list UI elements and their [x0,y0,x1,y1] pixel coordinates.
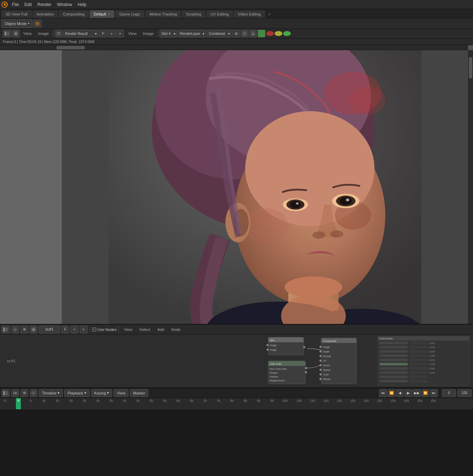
playback-dropdown[interactable]: Playback ▾ [64,389,90,397]
svg-point-90 [305,371,307,373]
timeline-settings-button[interactable]: ⚙ [20,389,28,397]
svg-point-62 [319,355,322,357]
timeline-track[interactable]: 0 -5 0 5 10 15 20 25 30 35 40 45 50 55 6… [0,398,473,409]
render-result-dropdown[interactable]: Render Result ▾ [63,30,98,37]
node-view-label[interactable]: View [121,327,135,332]
node-name-field[interactable]: buff1 [39,326,60,333]
play-back-button[interactable]: ◀ [396,389,404,397]
node-add-label[interactable]: Add [155,327,167,332]
use-nodes-label: Use Nodes [97,327,116,332]
tab-3d-view-full[interactable]: 3D View Full [1,10,32,18]
svg-rect-55 [321,338,357,384]
panel-toggle-button[interactable] [3,30,11,37]
node-settings-button[interactable]: ⚙ [20,326,28,333]
use-nodes-checkbox-container[interactable]: ✓ Use Nodes [92,327,116,332]
image-settings-button[interactable]: ⚙ [232,30,240,37]
menu-window[interactable]: Window [54,0,75,9]
svg-line-3 [6,3,7,4]
render-progress-button[interactable] [258,30,265,37]
mode-toolbar: Object Mode ▾ [0,18,473,29]
node-remove-button[interactable]: × [80,326,88,333]
menu-edit[interactable]: Edit [22,0,35,9]
marker-dropdown[interactable]: Marker [130,389,148,397]
tab-uv-editing[interactable]: UV Editing [206,10,233,18]
use-nodes-checkbox[interactable]: ✓ [92,327,96,332]
timeline-ticks [0,398,473,409]
svg-rect-122 [409,380,427,382]
svg-rect-121 [379,380,408,382]
view-right-label[interactable]: View [125,31,139,36]
image-type-button[interactable] [12,30,20,37]
add-slot-button[interactable]: + [108,30,115,37]
skip-to-start-button[interactable]: ⏮ [379,389,387,397]
metadata-button[interactable] [241,30,249,37]
timeline-type-button[interactable] [11,389,19,397]
svg-point-64 [319,360,322,362]
tab-scripting[interactable]: Scripting [182,10,205,18]
svg-rect-10 [15,32,17,35]
tab-close-icon[interactable]: × [108,12,110,16]
svg-text:Vector: Vector [323,364,330,367]
node-render-button[interactable] [30,326,37,333]
node-select-label[interactable]: Select [137,327,153,332]
tab-video-editing[interactable]: Video Editing [234,10,265,18]
pivot-button[interactable] [33,20,42,28]
tab-default[interactable]: Default × [90,10,115,18]
timeline-view-dropdown[interactable]: View [114,389,128,397]
combined-dropdown[interactable]: Combined ▾ [207,30,232,37]
skip-to-end-button[interactable]: ⏭ [430,389,438,397]
svg-rect-13 [58,32,59,32]
svg-point-40 [312,231,325,239]
top-scrollbar[interactable] [0,45,468,50]
node-type-button[interactable] [11,326,19,333]
svg-text:Mix: Mix [270,339,274,342]
node-f-button[interactable]: F [61,326,69,333]
play-button[interactable]: ▶ [405,389,412,397]
timeline-extra-button[interactable] [30,389,37,397]
svg-point-89 [305,367,307,369]
svg-rect-100 [379,350,408,353]
svg-text:Depth: Depth [323,350,330,353]
image-right-label[interactable]: Image [140,31,157,36]
menu-file[interactable]: File [9,0,22,9]
object-mode-button[interactable]: Object Mode ▾ [1,19,32,28]
prev-keyframe-button[interactable]: ⏪ [388,389,395,397]
remove-slot-button[interactable]: × [116,30,124,37]
timeline-panel-button[interactable] [1,389,10,397]
timeline-mode-dropdown[interactable]: Timeline ▾ [39,389,63,397]
left-panel [0,50,62,329]
node-node-label[interactable]: Node [168,327,183,332]
svg-rect-116 [409,371,427,374]
tab-motion-tracking[interactable]: Motion Tracking [145,10,181,18]
menu-render[interactable]: Render [35,0,54,9]
menu-help[interactable]: Help [75,0,89,9]
svg-point-60 [319,350,322,353]
right-scrollbar[interactable] [468,50,473,329]
playback-controls: ⏮ ⏪ ◀ ▶ ▶▶ ⏩ ⏭ [379,389,438,397]
render-layer-dropdown[interactable]: RenderLayer ▾ [178,30,206,37]
svg-point-34 [290,201,301,208]
render-canvas-area [62,50,468,329]
play-forward-button[interactable]: ▶▶ [413,389,421,397]
save-render-button[interactable] [249,30,257,37]
svg-point-41 [330,230,343,237]
add-workspace-tab-button[interactable]: + [266,10,274,18]
keying-dropdown[interactable]: Keying ▾ [91,389,113,397]
frame-counter[interactable]: 0 [442,389,456,397]
svg-text:Distort/Atlas: Distort/Atlas [379,337,393,340]
tab-compositing[interactable]: Compositing [59,10,89,18]
tab-game-logic[interactable]: Game Logic [115,10,144,18]
slot-button[interactable]: Slot 4 ▾ [160,30,177,37]
playback-arrow-icon: ▾ [84,391,86,395]
blender-logo[interactable] [0,0,9,9]
svg-point-6 [37,23,38,24]
svg-text:1.454: 1.454 [429,372,435,374]
end-frame[interactable]: 155 [457,389,472,397]
tab-animation[interactable]: Animation [32,10,58,18]
svg-text:Color: Color [323,373,329,376]
next-keyframe-button[interactable]: ⏩ [421,389,429,397]
f-button[interactable]: F [99,30,107,37]
svg-text:0.000: 0.000 [429,350,435,353]
node-add-button[interactable]: + [71,326,78,333]
node-panel-toggle[interactable] [1,326,10,333]
